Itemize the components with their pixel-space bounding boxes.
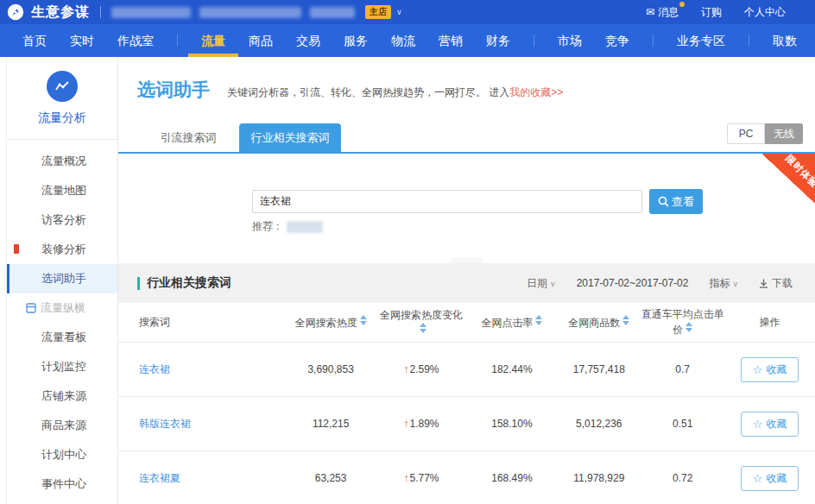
col-header-avg-cpc[interactable]: 直通车平均点击单价 [641,307,724,337]
nav-item-traffic[interactable]: 流量 [201,24,225,57]
promo-ribbon-label: 限时体验 [783,154,815,191]
sort-icon[interactable] [685,322,692,332]
search-heat-value: 63,253 [286,472,376,484]
sidebar-item-plan-center[interactable]: 计划中心 [7,440,117,469]
col-header-heat-change[interactable]: 全网搜索热度变化 [376,308,467,337]
nav-item-market[interactable]: 市场 [558,24,582,57]
notification-dot [679,2,685,7]
nav-item-competition[interactable]: 竞争 [605,24,629,57]
keyword-link[interactable]: 韩版连衣裙 [139,418,191,430]
sort-icon[interactable] [622,315,629,325]
toggle-wireless[interactable]: 无线 [765,123,803,144]
search-words-table: 搜索词 全网搜索热度 全网搜索热度变化 全网点击率 全网商品数 直通车平均点击单… [118,303,815,504]
nav-item-products[interactable]: 商品 [249,24,273,57]
favorite-button-label: 收藏 [766,417,787,432]
sidebar-item-word-assistant[interactable]: 选词助手 [7,264,117,293]
nav-item-trade[interactable]: 交易 [296,24,320,57]
favorite-button[interactable]: ☆收藏 [741,466,799,491]
favorite-button-label: 收藏 [766,362,787,377]
messages-link[interactable]: ✉ 消息 [646,5,679,20]
download-button[interactable]: 下载 [759,276,793,291]
recommended-keyword-redacted[interactable] [287,221,323,233]
sidebar-item-label: 流量纵横 [41,293,85,323]
subscribe-link[interactable]: 订购 [701,5,722,20]
sidebar-item-traffic-matrix[interactable]: 流量纵横 [7,293,117,323]
up-arrow-icon: ↑ [404,363,409,375]
shop-name-redacted [111,7,191,18]
nav-item-home[interactable]: 首页 [22,24,47,57]
device-toggle: PC 无线 [727,123,803,144]
col-header-label: 全网点击率 [481,317,533,329]
col-header-product-count[interactable]: 全网商品数 [557,315,641,331]
heat-change-value: ↑5.77% [376,472,467,484]
toggle-pc[interactable]: PC [727,123,765,144]
keyword-link[interactable]: 连衣裙夏 [139,472,180,484]
messages-label-wrap: 消息 [658,5,679,20]
sidebar-item-decoration-analysis[interactable]: 装修分析 [7,235,117,264]
hot-badge-icon [14,244,19,254]
nav-item-logistics[interactable]: 物流 [391,24,415,57]
sidebar-item-product-source[interactable]: 商品来源 [7,411,117,440]
favorite-button[interactable]: ☆收藏 [741,357,799,382]
search-view-button[interactable]: 查看 [649,189,703,214]
sidebar-item-visitor-analysis[interactable]: 访客分析 [7,205,117,235]
nav-item-marketing[interactable]: 营销 [439,24,463,57]
download-label: 下载 [772,276,793,291]
sort-icon[interactable] [420,323,426,333]
collapse-notch[interactable] [451,257,483,263]
page-subtitle-text: 关键词分析器，引流、转化、全网热搜趋势，一网打尽。 进入 [227,86,509,98]
nav-divider [653,35,654,47]
favorite-button[interactable]: ☆收藏 [741,412,799,437]
sort-icon[interactable] [535,315,542,325]
nav-divider [177,35,178,47]
matrix-icon [26,303,36,313]
table-row: 韩版连衣裙 112,215 ↑1.89% 158.10% 5,012,236 0… [118,397,815,451]
sidebar-item-event-center[interactable]: 事件中心 [7,469,117,499]
sidebar-item-traffic-map[interactable]: 流量地图 [7,176,117,205]
tab-industry-related-search-words[interactable]: 行业相关搜索词 [239,123,341,152]
sidebar-item-shop-source[interactable]: 店铺来源 [7,381,117,411]
heat-change-text: 2.59% [410,363,439,375]
personal-center-link[interactable]: 个人中心 [744,5,786,20]
brand-logo-icon [7,3,24,21]
sidebar-item-plan-monitor[interactable]: 计划监控 [7,352,117,381]
col-header-label: 全网商品数 [568,317,620,329]
metric-filter-label: 指标 [709,277,730,289]
nav-item-finance[interactable]: 财务 [486,24,510,57]
messages-label: 消息 [658,6,679,18]
nav-item-war-room[interactable]: 作战室 [117,24,154,57]
table-header-row: 搜索词 全网搜索热度 全网搜索热度变化 全网点击率 全网商品数 直通车平均点击单… [118,303,815,343]
sidebar-item-traffic-dashboard[interactable]: 流量看板 [7,323,117,352]
keyword-search-input[interactable] [252,190,642,213]
nav-item-business-zone[interactable]: 业务专区 [677,24,725,57]
main-nav: 首页 实时 作战室 流量 商品 交易 服务 物流 营销 财务 市场 竞争 业务专… [0,24,815,57]
keyword-link[interactable]: 连衣裙 [139,363,170,375]
tab-inflow-search-words[interactable]: 引流搜索词 [137,123,239,152]
col-header-search-heat[interactable]: 全网搜索热度 [286,315,376,331]
table-row: 连衣裙夏 63,253 ↑5.77% 168.49% 11,978,929 0.… [118,451,815,504]
brand-name: 生意参谋 [31,3,90,22]
nav-item-data-extract[interactable]: 取数 [773,24,797,57]
heat-change-text: 5.77% [410,472,439,484]
ctr-value: 168.49% [466,472,557,484]
sidebar-title: 流量分析 [7,110,117,126]
search-heat-value: 112,215 [286,418,376,430]
shop-switch-chevron-icon[interactable]: ∨ [396,8,402,16]
sort-icon[interactable] [360,315,367,325]
my-favorites-link[interactable]: 我的收藏>> [509,86,563,98]
product-count-value: 17,757,418 [557,363,641,375]
tabs-bar: 引流搜索词 行业相关搜索词 PC 无线 [118,123,815,154]
nav-item-realtime[interactable]: 实时 [70,24,94,57]
sidebar-item-label: 装修分析 [41,243,86,255]
sidebar-item-traffic-overview[interactable]: 流量概况 [7,147,117,176]
page-subtitle: 关键词分析器，引流、转化、全网热搜趋势，一网打尽。 进入我的收藏>> [227,85,563,100]
heat-change-value: ↑2.59% [376,363,467,375]
col-header-action: 操作 [724,315,815,330]
up-arrow-icon: ↑ [404,418,409,430]
nav-item-service[interactable]: 服务 [344,24,368,57]
metric-filter[interactable]: 指标∨ [709,276,738,291]
date-filter[interactable]: 日期∨ [527,276,556,291]
recommend-label: 推荐： [252,219,283,234]
table-row: 连衣裙 3,690,853 ↑2.59% 182.44% 17,757,418 … [118,343,815,397]
col-header-ctr[interactable]: 全网点击率 [466,315,557,331]
